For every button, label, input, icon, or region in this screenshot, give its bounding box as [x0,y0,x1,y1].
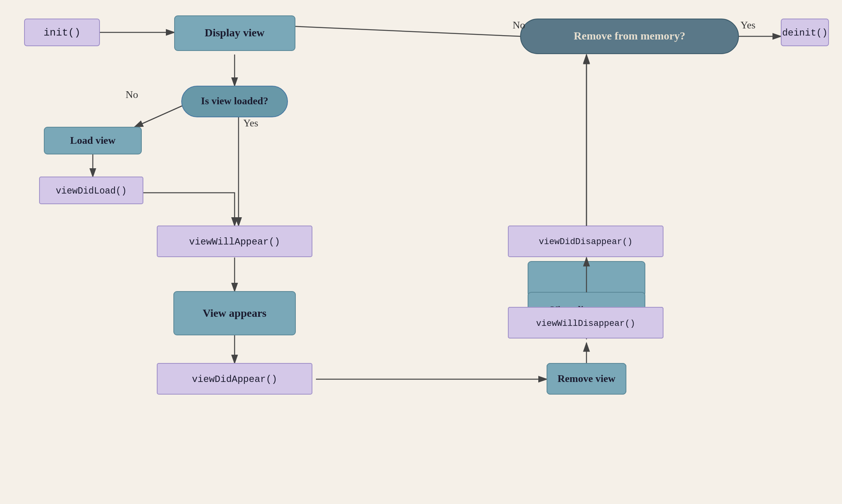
svg-text:Remove view: Remove view [558,373,616,384]
svg-text:viewWillDisappear(): viewWillDisappear() [536,319,635,329]
